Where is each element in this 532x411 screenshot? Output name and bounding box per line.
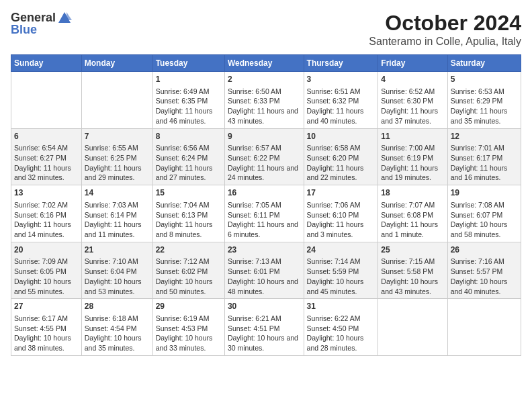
day-info: Sunrise: 6:54 AM bbox=[14, 143, 79, 153]
day-info: Sunrise: 6:18 AM bbox=[85, 314, 150, 324]
day-info: Daylight: 11 hours and 40 minutes. bbox=[307, 106, 375, 126]
day-info: Daylight: 10 hours and 38 minutes. bbox=[14, 333, 79, 353]
day-cell bbox=[447, 299, 521, 356]
day-info: Sunrise: 6:17 AM bbox=[14, 314, 79, 324]
day-cell bbox=[81, 72, 152, 129]
day-number: 4 bbox=[381, 74, 444, 85]
day-number: 19 bbox=[451, 187, 518, 199]
day-info: Daylight: 11 hours and 16 minutes. bbox=[451, 163, 518, 183]
day-info: Sunrise: 7:09 AM bbox=[14, 257, 79, 267]
day-info: Sunset: 4:55 PM bbox=[14, 324, 79, 334]
day-info: Sunrise: 7:07 AM bbox=[381, 200, 444, 210]
day-info: Sunset: 6:29 PM bbox=[451, 96, 518, 106]
day-info: Daylight: 10 hours and 58 minutes. bbox=[451, 220, 518, 239]
day-number: 27 bbox=[14, 301, 79, 312]
day-info: Daylight: 11 hours and 35 minutes. bbox=[451, 106, 518, 126]
day-info: Sunset: 6:33 PM bbox=[228, 96, 301, 106]
day-info: Daylight: 10 hours and 43 minutes. bbox=[381, 277, 444, 296]
day-number: 11 bbox=[381, 131, 444, 142]
day-info: Sunrise: 6:51 AM bbox=[307, 87, 375, 97]
day-info: Sunset: 4:54 PM bbox=[85, 324, 150, 334]
day-info: Sunrise: 7:06 AM bbox=[307, 200, 375, 210]
day-number: 3 bbox=[307, 74, 375, 85]
day-info: Sunset: 5:59 PM bbox=[307, 267, 375, 277]
day-info: Sunset: 6:25 PM bbox=[85, 153, 150, 163]
day-info: Daylight: 11 hours and 22 minutes. bbox=[307, 163, 375, 183]
day-info: Daylight: 11 hours and 3 minutes. bbox=[307, 220, 375, 239]
day-info: Daylight: 11 hours and 11 minutes. bbox=[85, 220, 150, 239]
day-cell: 1Sunrise: 6:49 AMSunset: 6:35 PMDaylight… bbox=[152, 72, 224, 129]
day-cell: 8Sunrise: 6:56 AMSunset: 6:24 PMDaylight… bbox=[152, 128, 224, 185]
day-info: Sunrise: 7:12 AM bbox=[156, 257, 222, 267]
day-info: Sunset: 6:13 PM bbox=[156, 210, 222, 220]
header-row: SundayMondayTuesdayWednesdayThursdayFrid… bbox=[11, 55, 521, 72]
day-info: Sunrise: 7:01 AM bbox=[451, 143, 518, 153]
day-info: Sunrise: 6:21 AM bbox=[228, 314, 301, 324]
day-cell: 26Sunrise: 7:16 AMSunset: 5:57 PMDayligh… bbox=[447, 242, 521, 299]
day-number: 10 bbox=[307, 131, 375, 142]
day-info: Sunrise: 7:10 AM bbox=[85, 257, 150, 267]
day-cell: 11Sunrise: 7:00 AMSunset: 6:19 PMDayligh… bbox=[378, 128, 447, 185]
day-cell: 18Sunrise: 7:07 AMSunset: 6:08 PMDayligh… bbox=[378, 185, 447, 242]
day-info: Sunset: 6:10 PM bbox=[307, 210, 375, 220]
day-info: Sunrise: 6:55 AM bbox=[85, 143, 150, 153]
week-row-1: 1Sunrise: 6:49 AMSunset: 6:35 PMDaylight… bbox=[11, 72, 521, 129]
day-number: 18 bbox=[381, 187, 444, 199]
day-info: Daylight: 11 hours and 14 minutes. bbox=[14, 220, 79, 239]
day-info: Sunrise: 7:16 AM bbox=[451, 257, 518, 267]
day-cell: 22Sunrise: 7:12 AMSunset: 6:02 PMDayligh… bbox=[152, 242, 224, 299]
day-cell: 27Sunrise: 6:17 AMSunset: 4:55 PMDayligh… bbox=[11, 299, 82, 356]
day-info: Daylight: 10 hours and 30 minutes. bbox=[228, 333, 301, 353]
day-info: Sunset: 6:19 PM bbox=[381, 153, 444, 163]
day-info: Daylight: 11 hours and 29 minutes. bbox=[85, 163, 150, 183]
day-info: Sunrise: 7:15 AM bbox=[381, 257, 444, 267]
day-info: Sunrise: 6:53 AM bbox=[451, 87, 518, 97]
day-cell: 28Sunrise: 6:18 AMSunset: 4:54 PMDayligh… bbox=[81, 299, 152, 356]
day-cell: 30Sunrise: 6:21 AMSunset: 4:51 PMDayligh… bbox=[224, 299, 304, 356]
day-info: Sunset: 4:53 PM bbox=[156, 324, 222, 334]
day-cell: 9Sunrise: 6:57 AMSunset: 6:22 PMDaylight… bbox=[224, 128, 304, 185]
week-row-4: 20Sunrise: 7:09 AMSunset: 6:05 PMDayligh… bbox=[11, 242, 521, 299]
day-info: Daylight: 11 hours and 27 minutes. bbox=[156, 163, 222, 183]
day-info: Sunrise: 6:22 AM bbox=[307, 314, 375, 324]
day-info: Daylight: 11 hours and 1 minute. bbox=[381, 220, 444, 239]
day-info: Sunset: 6:27 PM bbox=[14, 153, 79, 163]
day-cell: 2Sunrise: 6:50 AMSunset: 6:33 PMDaylight… bbox=[224, 72, 304, 129]
day-info: Sunrise: 7:08 AM bbox=[451, 200, 518, 210]
day-number: 7 bbox=[85, 131, 150, 142]
day-info: Daylight: 10 hours and 33 minutes. bbox=[156, 333, 222, 353]
day-info: Daylight: 10 hours and 35 minutes. bbox=[85, 333, 150, 353]
day-info: Sunset: 6:24 PM bbox=[156, 153, 222, 163]
day-cell: 6Sunrise: 6:54 AMSunset: 6:27 PMDaylight… bbox=[11, 128, 82, 185]
day-info: Sunrise: 6:58 AM bbox=[307, 143, 375, 153]
header-saturday: Saturday bbox=[447, 55, 521, 72]
day-cell: 19Sunrise: 7:08 AMSunset: 6:07 PMDayligh… bbox=[447, 185, 521, 242]
day-number: 5 bbox=[451, 74, 518, 85]
day-info: Sunset: 6:16 PM bbox=[14, 210, 79, 220]
day-cell: 12Sunrise: 7:01 AMSunset: 6:17 PMDayligh… bbox=[447, 128, 521, 185]
page-subtitle: Santeramo in Colle, Apulia, Italy bbox=[369, 36, 521, 48]
day-cell: 15Sunrise: 7:04 AMSunset: 6:13 PMDayligh… bbox=[152, 185, 224, 242]
day-info: Sunset: 6:14 PM bbox=[85, 210, 150, 220]
logo-blue: Blue bbox=[11, 23, 72, 38]
day-number: 2 bbox=[228, 74, 301, 85]
day-info: Daylight: 10 hours and 28 minutes. bbox=[307, 333, 375, 353]
day-number: 1 bbox=[156, 74, 222, 85]
day-number: 17 bbox=[307, 187, 375, 199]
title-block: October 2024 Santeramo in Colle, Apulia,… bbox=[369, 11, 521, 48]
day-info: Sunrise: 7:14 AM bbox=[307, 257, 375, 267]
day-info: Sunrise: 7:00 AM bbox=[381, 143, 444, 153]
day-info: Sunset: 5:57 PM bbox=[451, 267, 518, 277]
day-info: Daylight: 11 hours and 37 minutes. bbox=[381, 106, 444, 126]
day-cell: 25Sunrise: 7:15 AMSunset: 5:58 PMDayligh… bbox=[378, 242, 447, 299]
day-info: Daylight: 11 hours and 43 minutes. bbox=[228, 106, 301, 126]
svg-marker-1 bbox=[66, 12, 72, 20]
day-info: Daylight: 10 hours and 53 minutes. bbox=[85, 277, 150, 296]
day-number: 28 bbox=[85, 301, 150, 312]
day-number: 25 bbox=[381, 244, 444, 256]
day-info: Sunrise: 7:13 AM bbox=[228, 257, 301, 267]
day-info: Sunset: 6:11 PM bbox=[228, 210, 301, 220]
day-number: 22 bbox=[156, 244, 222, 256]
day-info: Sunrise: 6:49 AM bbox=[156, 87, 222, 97]
day-info: Sunset: 4:51 PM bbox=[228, 324, 301, 334]
